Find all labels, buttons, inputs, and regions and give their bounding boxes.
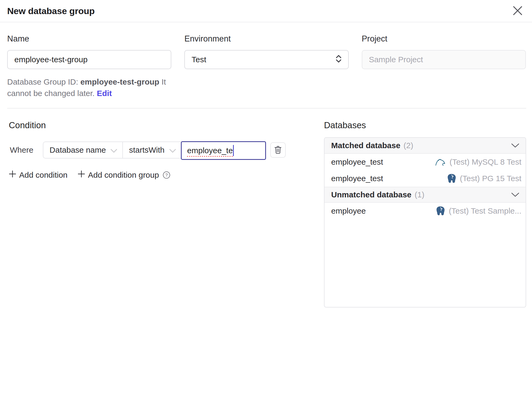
chevron-down-icon — [511, 193, 519, 197]
unmatched-database-header[interactable]: Unmatched database (1) — [325, 187, 526, 203]
delete-condition-button[interactable] — [270, 142, 286, 158]
environment-select[interactable]: Test — [184, 50, 348, 69]
edit-link[interactable]: Edit — [97, 89, 112, 98]
databases-heading: Databases — [324, 120, 526, 130]
database-instance-label: (Test) PG 15 Test — [460, 174, 521, 183]
trash-icon — [274, 146, 282, 155]
add-condition-button[interactable]: Add condition — [9, 170, 68, 180]
database-name: employee_test — [331, 157, 383, 167]
condition-row: Where Database name startsWith employee_… — [9, 142, 315, 159]
dialog-title: New database group — [7, 6, 95, 16]
databases-panel: Matched database (2) employee_test (Test… — [324, 137, 526, 307]
database-row[interactable]: employee_test (Test) MySQL 8 Test — [325, 154, 526, 170]
matched-database-count: (2) — [404, 141, 413, 150]
database-name: employee — [331, 206, 366, 215]
plus-icon — [9, 170, 16, 180]
databases-section: Databases Matched database (2) employee_… — [324, 120, 526, 307]
project-select[interactable]: Sample Project — [362, 50, 526, 69]
condition-section: Condition Where Database name startsWith — [9, 120, 315, 307]
condition-field-value: Database name — [49, 146, 106, 155]
matched-database-header[interactable]: Matched database (2) — [325, 138, 526, 154]
database-group-id-value: employee-test-group — [80, 77, 159, 86]
close-button[interactable] — [511, 5, 524, 17]
unmatched-database-count: (1) — [415, 190, 425, 199]
name-input[interactable] — [7, 50, 171, 69]
condition-heading: Condition — [9, 120, 315, 130]
dialog-header: New database group — [0, 0, 532, 22]
svg-text:?: ? — [165, 172, 168, 177]
condition-field-select[interactable]: Database name — [43, 142, 122, 158]
database-name: employee_test — [331, 174, 383, 183]
add-condition-group-button[interactable]: Add condition group ? — [78, 170, 171, 180]
matched-database-title: Matched database — [331, 141, 400, 150]
postgres-icon — [436, 206, 445, 216]
database-instance: (Test) MySQL 8 Test — [435, 157, 521, 167]
condition-value-input[interactable]: employee_te — [181, 141, 266, 160]
unmatched-database-title: Unmatched database — [331, 190, 412, 199]
database-group-id-helper: Database Group ID: employee-test-group I… — [7, 76, 181, 99]
add-condition-group-label: Add condition group — [88, 171, 159, 180]
where-label: Where — [10, 146, 33, 155]
add-condition-label: Add condition — [19, 171, 68, 180]
close-icon — [513, 6, 522, 16]
condition-value-text: employee_te — [187, 146, 233, 155]
database-instance: (Test) Test Sample... — [436, 206, 521, 216]
condition-controls: Database name startsWith employee_te — [43, 142, 266, 159]
chevron-down-icon — [111, 146, 117, 155]
condition-actions: Add condition Add condition group ? — [9, 170, 315, 180]
help-circle-icon[interactable]: ? — [163, 171, 171, 179]
project-placeholder: Sample Project — [369, 55, 423, 64]
database-instance: (Test) PG 15 Test — [447, 173, 521, 184]
chevron-down-icon — [169, 146, 176, 155]
project-label: Project — [362, 34, 526, 44]
mysql-icon — [435, 158, 446, 166]
name-label: Name — [7, 34, 171, 44]
environment-label: Environment — [184, 34, 348, 44]
postgres-icon — [447, 173, 456, 184]
database-instance-label: (Test) Test Sample... — [449, 206, 521, 215]
condition-databases-area: Condition Where Database name startsWith — [9, 120, 526, 307]
environment-value: Test — [192, 55, 206, 64]
name-field-group: Name — [7, 34, 171, 69]
text-cursor — [233, 145, 234, 156]
environment-field-group: Environment Test — [184, 34, 348, 69]
database-row[interactable]: employee (Test) Test Sample... — [325, 203, 526, 219]
project-field-group: Project Sample Project — [362, 34, 526, 69]
database-row[interactable]: employee_test (Test) PG 15 Test — [325, 170, 526, 187]
condition-operator-value: startsWith — [129, 146, 164, 155]
database-instance-label: (Test) MySQL 8 Test — [450, 157, 521, 167]
condition-operator-select[interactable]: startsWith — [122, 142, 181, 158]
chevron-down-icon — [511, 143, 519, 148]
plus-icon — [78, 170, 85, 180]
form-grid: Name Environment Test Project Sample Pro… — [7, 34, 526, 69]
select-stepper-icon — [336, 55, 342, 65]
section-divider — [7, 108, 526, 109]
helper-prefix: Database Group ID: — [7, 77, 80, 86]
